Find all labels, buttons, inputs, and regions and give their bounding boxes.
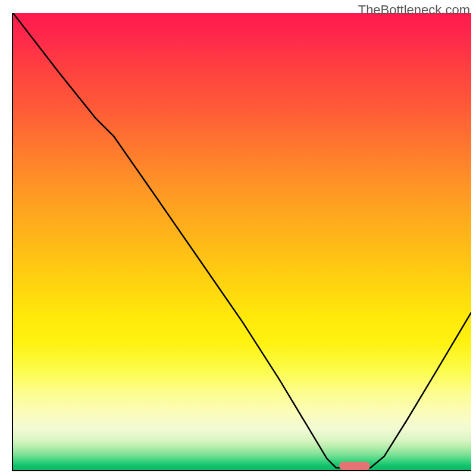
chart-plot-area [12,13,471,471]
optimal-point-marker [339,462,370,470]
bottleneck-curve [13,13,471,470]
watermark-text: TheBottleneck.com [358,2,470,18]
